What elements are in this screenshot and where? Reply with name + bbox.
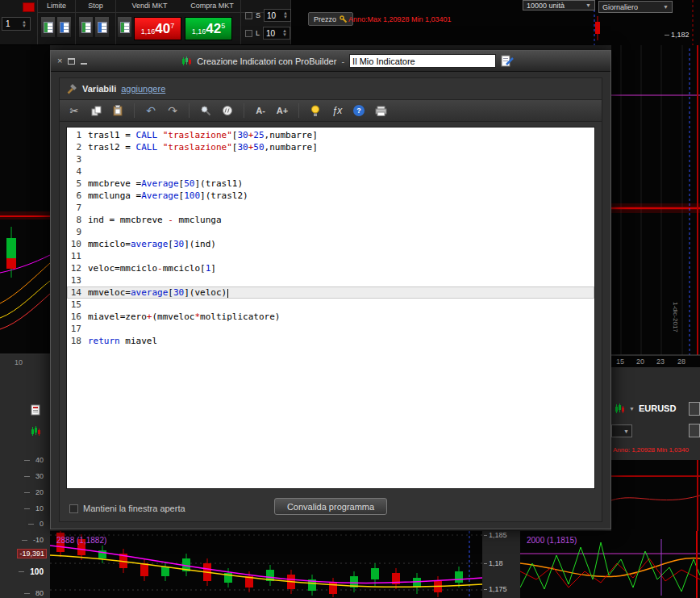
code-line-9[interactable]: 9 bbox=[67, 226, 594, 238]
axis-label: -10 bbox=[33, 536, 44, 544]
dialog-titlebar[interactable]: × Creazione Indicatori con ProBuilder - bbox=[51, 51, 610, 72]
stop-loss-row: S 10 ▲▼ bbox=[245, 9, 291, 22]
lots-value: 1 bbox=[6, 19, 10, 28]
printer-icon bbox=[375, 106, 387, 116]
instrument-selector[interactable]: ▼ EURUSD bbox=[615, 403, 676, 414]
close-icon[interactable]: × bbox=[57, 56, 62, 65]
validate-label: Convalida programma bbox=[287, 502, 374, 512]
code-line-5[interactable]: 5mmcbreve =Average[50](trasl1) bbox=[67, 178, 594, 190]
market-order-button[interactable] bbox=[117, 16, 132, 38]
code-line-11[interactable]: 11 bbox=[67, 250, 594, 262]
variables-label: Variabili bbox=[82, 84, 116, 94]
stop-value-input[interactable]: 10 ▲▼ bbox=[264, 9, 291, 22]
variables-row: Variabili aggiungere bbox=[60, 78, 602, 99]
spinner-arrows-icon[interactable]: ▲▼ bbox=[283, 11, 288, 19]
code-line-1[interactable]: 1trasl1 = CALL "traslazione"[30+25,numba… bbox=[67, 129, 594, 141]
code-line-10[interactable]: 10mmciclo=average[30](ind) bbox=[67, 238, 594, 250]
keep-open-label: Mantieni la finestra aperta bbox=[83, 504, 185, 513]
order-grid-icon bbox=[81, 22, 91, 33]
sell-market-button[interactable]: 1,16 40 7 bbox=[134, 17, 181, 40]
stop-checkbox[interactable] bbox=[245, 12, 252, 19]
help-button[interactable]: ? bbox=[349, 102, 369, 119]
date-tick: 20 bbox=[636, 358, 644, 366]
column-label-compra: Compra MKT bbox=[184, 2, 240, 10]
toolbar-separator bbox=[134, 103, 135, 118]
chart-icon[interactable] bbox=[29, 424, 42, 437]
buy-price-prefix: 1,16 bbox=[192, 27, 206, 36]
insert-function-button[interactable]: ƒx bbox=[327, 102, 347, 119]
code-line-15[interactable]: 15 bbox=[67, 299, 594, 311]
validate-program-button[interactable]: Convalida programma bbox=[274, 498, 387, 515]
line-number: 4 bbox=[67, 165, 88, 178]
keep-open-option[interactable]: Mantieni la finestra aperta bbox=[69, 504, 185, 513]
probuilder-dialog: × Creazione Indicatori con ProBuilder - … bbox=[50, 50, 611, 529]
decrease-font-button[interactable]: A- bbox=[251, 102, 270, 119]
increase-font-button[interactable]: A+ bbox=[273, 102, 292, 119]
undo-button[interactable]: ↶ bbox=[141, 102, 160, 119]
code-line-8[interactable]: 8ind = mmcbreve - mmclunga bbox=[67, 214, 594, 226]
price-settings-button[interactable]: Prezzo bbox=[308, 12, 353, 26]
right-price-chart: 15 20 23 28 1-dic-2017 bbox=[611, 45, 700, 367]
line-number: 13 bbox=[67, 274, 88, 286]
candles-canvas bbox=[50, 531, 482, 598]
edit-name-icon[interactable] bbox=[501, 55, 515, 68]
line-number: 9 bbox=[67, 226, 88, 238]
stop-value: 10 bbox=[267, 11, 276, 20]
code-line-17[interactable]: 17 bbox=[67, 323, 594, 335]
code-line-14[interactable]: 14mmveloc=average[30](veloc) bbox=[67, 286, 594, 299]
code-line-12[interactable]: 12veloc=mmciclo-mmciclo[1] bbox=[67, 262, 594, 274]
search-icon bbox=[200, 105, 211, 116]
cut-button[interactable]: ✂ bbox=[65, 102, 84, 119]
clipped-button[interactable] bbox=[689, 402, 700, 416]
order-grid-icon bbox=[98, 22, 107, 33]
code-line-2[interactable]: 2trasl2 = CALL "traslazione"[30+50,numba… bbox=[67, 141, 594, 153]
dialog-title: Creazione Indicatori con ProBuilder bbox=[197, 56, 336, 66]
left-chart-strip: 10 40 30 20 10 0 -10 -19,391 100 80 bbox=[0, 45, 50, 598]
code-line-6[interactable]: 6mmclunga =Average[100](trasl2) bbox=[67, 190, 594, 202]
copy-button[interactable] bbox=[86, 102, 106, 119]
indicator-name-input[interactable] bbox=[349, 54, 496, 68]
keep-open-checkbox[interactable] bbox=[69, 504, 78, 513]
comment-icon bbox=[222, 105, 233, 116]
paste-button[interactable] bbox=[108, 102, 127, 119]
code-line-18[interactable]: 18return miavel bbox=[67, 335, 594, 347]
candlestick-chart: 2888 (1,1882) bbox=[50, 531, 482, 598]
code-line-4[interactable]: 4 bbox=[67, 165, 594, 178]
code-line-3[interactable]: 3 bbox=[67, 153, 594, 165]
comment-button[interactable] bbox=[218, 102, 237, 119]
indicator-settings-icon[interactable] bbox=[29, 404, 42, 416]
stop-sell-order-button[interactable] bbox=[94, 16, 110, 38]
price-label: 1,185 bbox=[489, 531, 507, 539]
limit-checkbox[interactable] bbox=[245, 30, 252, 37]
limit-sell-order-button[interactable] bbox=[56, 16, 72, 38]
add-variable-link[interactable]: aggiungere bbox=[121, 84, 165, 94]
buy-market-button[interactable]: 1,16 42 5 bbox=[185, 17, 232, 40]
stop-buy-order-button[interactable] bbox=[78, 16, 94, 38]
limit-buy-order-button[interactable] bbox=[40, 16, 56, 38]
search-button[interactable] bbox=[196, 102, 215, 119]
print-button[interactable] bbox=[371, 102, 390, 119]
spinner-arrows-icon[interactable]: ▲▼ bbox=[22, 20, 27, 28]
code-editor[interactable]: 1trasl1 = CALL "traslazione"[30+25,numba… bbox=[66, 127, 595, 489]
timeframe-dropdown[interactable]: Giornaliero ▼ bbox=[598, 1, 673, 13]
code-line-16[interactable]: 16miavel=zero+(mmveloc*moltiplicatore) bbox=[67, 311, 594, 323]
restore-icon[interactable] bbox=[68, 58, 75, 65]
right-lower-canvas bbox=[611, 460, 700, 531]
lots-input[interactable]: 1 ▲▼ bbox=[2, 17, 31, 31]
alert-button[interactable] bbox=[23, 2, 35, 12]
clipped-button[interactable] bbox=[689, 424, 700, 437]
top-chart-panel: Prezzo Anno:Max 1,20928 Min 1,03401 1000… bbox=[291, 0, 700, 45]
suggestion-button[interactable] bbox=[306, 102, 325, 119]
minimize-icon[interactable] bbox=[81, 63, 87, 65]
limit-value-input[interactable]: 10 ▲▼ bbox=[263, 27, 290, 40]
limit-value: 10 bbox=[266, 29, 275, 38]
spinner-arrows-icon[interactable]: ▲▼ bbox=[282, 29, 287, 37]
font-bigger-icon: A+ bbox=[277, 106, 288, 115]
trading-platform: 1 ▲▼ Limite Stop Vendi MKT Compra MKT 1,… bbox=[0, 0, 700, 598]
redo-button[interactable]: ↷ bbox=[163, 102, 182, 119]
code-line-13[interactable]: 13 bbox=[67, 274, 594, 286]
current-value-badge: -19,391 bbox=[17, 549, 47, 558]
period-combo[interactable]: ▼ bbox=[611, 424, 632, 437]
code-line-7[interactable]: 7 bbox=[67, 202, 594, 214]
quantity-dropdown[interactable]: 10000 unità ▼ bbox=[523, 0, 595, 10]
